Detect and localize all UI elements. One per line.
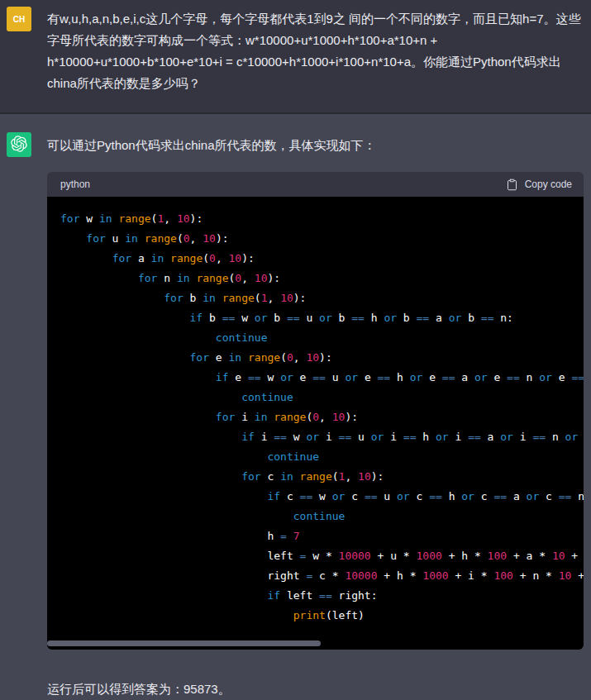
assistant-outro-text: 运行后可以得到答案为：95873。 — [47, 676, 584, 700]
code-line: continue — [60, 447, 584, 467]
code-block-header: python Copy code — [47, 172, 584, 197]
code-line: for a in range(0, 10): — [60, 249, 584, 269]
code-line: h = 7 — [60, 526, 584, 546]
code-line: continue — [60, 388, 584, 407]
user-message-row: CH 有w,u,h,a,n,b,e,i,c这几个字母，每个字母都代表1到9之 间… — [0, 0, 591, 114]
code-lines: for w in range(1, 10): for u in range(0,… — [60, 209, 584, 626]
code-line: for n in range(0, 10): — [60, 269, 584, 288]
code-line: continue — [60, 328, 584, 348]
code-line: for u in range(0, 10): — [60, 229, 584, 249]
assistant-intro-text: 可以通过Python代码求出china所代表的数，具体实现如下： — [47, 132, 584, 156]
horizontal-scrollbar-thumb[interactable] — [47, 640, 321, 646]
code-line: if left == right: — [60, 586, 584, 606]
clipboard-icon — [506, 179, 518, 191]
code-block: python Copy code for w in range(1, 10): … — [47, 172, 584, 650]
code-line: continue — [60, 507, 584, 526]
user-message-text: 有w,u,h,a,n,b,e,i,c这几个字母，每个字母都代表1到9之 间的一个… — [47, 7, 584, 94]
code-line: if b == w or b == u or b == h or b == a … — [60, 308, 584, 328]
user-avatar-initials: CH — [13, 15, 25, 24]
code-line: if i == w or i == u or i == h or i == a … — [60, 427, 584, 447]
assistant-avatar — [7, 132, 31, 157]
code-language-label: python — [60, 179, 90, 190]
code-line: left = w * 10000 + u * 1000 + h * 100 + … — [60, 546, 584, 566]
code-line: for c in range(1, 10): — [60, 467, 584, 487]
code-line: for e in range(0, 10): — [60, 348, 584, 368]
copy-code-label: Copy code — [525, 179, 572, 190]
user-avatar: CH — [7, 7, 31, 31]
openai-logo-icon — [11, 136, 27, 155]
copy-code-button[interactable]: Copy code — [506, 179, 572, 191]
code-line: right = c * 10000 + h * 1000 + i * 100 +… — [60, 566, 584, 586]
code-line: for b in range(1, 10): — [60, 288, 584, 308]
code-scroll-area[interactable]: for w in range(1, 10): for u in range(0,… — [47, 197, 584, 650]
code-line: if e == w or e == u or e == h or e == a … — [60, 368, 584, 388]
code-line: if c == w or c == u or c == h or c == a … — [60, 487, 584, 507]
code-line: print(left) — [60, 606, 584, 626]
assistant-message-row: 可以通过Python代码求出china所代表的数，具体实现如下： python … — [0, 114, 591, 700]
code-line: for w in range(1, 10): — [60, 209, 584, 229]
code-line: for i in range(0, 10): — [60, 407, 584, 427]
